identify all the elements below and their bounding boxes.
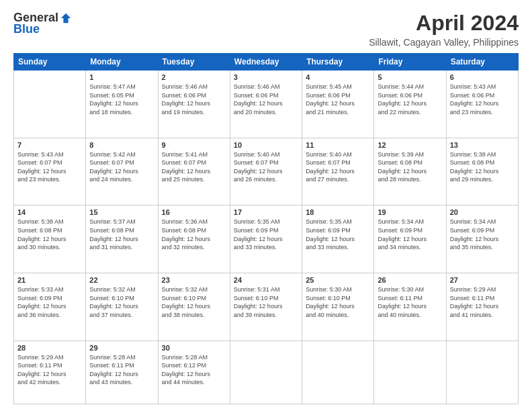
day-number: 16 <box>162 208 226 216</box>
calendar-week-row: 28Sunrise: 5:29 AM Sunset: 6:11 PM Dayli… <box>14 340 519 404</box>
calendar-cell: 23Sunrise: 5:32 AM Sunset: 6:10 PM Dayli… <box>158 273 230 340</box>
calendar-cell: 9Sunrise: 5:41 AM Sunset: 6:07 PM Daylig… <box>158 138 230 205</box>
calendar-cell: 5Sunrise: 5:44 AM Sunset: 6:06 PM Daylig… <box>374 71 446 138</box>
day-info: Sunrise: 5:28 AM Sunset: 6:11 PM Dayligh… <box>89 353 154 387</box>
day-number: 23 <box>162 276 226 284</box>
calendar-day-header: Saturday <box>446 54 518 71</box>
day-number: 30 <box>162 344 226 352</box>
day-number: 29 <box>89 344 154 352</box>
calendar-week-row: 21Sunrise: 5:33 AM Sunset: 6:09 PM Dayli… <box>14 273 519 340</box>
day-info: Sunrise: 5:39 AM Sunset: 6:08 PM Dayligh… <box>378 150 442 184</box>
day-number: 25 <box>306 276 370 284</box>
day-info: Sunrise: 5:46 AM Sunset: 6:06 PM Dayligh… <box>162 83 226 116</box>
day-number: 19 <box>378 208 442 216</box>
calendar-cell: 24Sunrise: 5:31 AM Sunset: 6:10 PM Dayli… <box>230 273 302 340</box>
day-info: Sunrise: 5:28 AM Sunset: 6:12 PM Dayligh… <box>162 353 226 387</box>
day-info: Sunrise: 5:36 AM Sunset: 6:08 PM Dayligh… <box>162 218 226 251</box>
calendar-cell: 17Sunrise: 5:35 AM Sunset: 6:09 PM Dayli… <box>230 205 302 273</box>
calendar-day-header: Monday <box>86 54 158 71</box>
calendar-cell <box>14 71 86 138</box>
calendar-cell <box>446 340 518 404</box>
calendar-cell: 10Sunrise: 5:40 AM Sunset: 6:07 PM Dayli… <box>230 138 302 205</box>
day-info: Sunrise: 5:29 AM Sunset: 6:11 PM Dayligh… <box>450 285 515 319</box>
day-number: 28 <box>17 344 82 352</box>
calendar-day-header: Thursday <box>302 54 374 71</box>
calendar-cell: 14Sunrise: 5:38 AM Sunset: 6:08 PM Dayli… <box>14 205 86 273</box>
calendar-cell: 26Sunrise: 5:30 AM Sunset: 6:11 PM Dayli… <box>374 273 446 340</box>
calendar-week-row: 1Sunrise: 5:47 AM Sunset: 6:05 PM Daylig… <box>14 71 519 138</box>
day-info: Sunrise: 5:43 AM Sunset: 6:06 PM Dayligh… <box>450 83 515 116</box>
page: General Blue April 2024 Sillawit, Cagaya… <box>0 0 532 411</box>
day-number: 8 <box>89 141 154 149</box>
day-number: 12 <box>378 141 442 149</box>
day-info: Sunrise: 5:30 AM Sunset: 6:10 PM Dayligh… <box>306 285 370 319</box>
calendar-day-header: Wednesday <box>230 54 302 71</box>
calendar-week-row: 14Sunrise: 5:38 AM Sunset: 6:08 PM Dayli… <box>14 205 519 273</box>
calendar: SundayMondayTuesdayWednesdayThursdayFrid… <box>13 53 519 404</box>
day-number: 26 <box>378 276 442 284</box>
day-info: Sunrise: 5:42 AM Sunset: 6:07 PM Dayligh… <box>89 150 154 184</box>
day-number: 4 <box>306 73 370 81</box>
logo: General Blue <box>13 11 72 36</box>
day-info: Sunrise: 5:47 AM Sunset: 6:05 PM Dayligh… <box>89 83 154 116</box>
day-info: Sunrise: 5:44 AM Sunset: 6:06 PM Dayligh… <box>378 83 442 116</box>
calendar-day-header: Sunday <box>14 54 86 71</box>
day-info: Sunrise: 5:32 AM Sunset: 6:10 PM Dayligh… <box>162 285 226 319</box>
day-info: Sunrise: 5:43 AM Sunset: 6:07 PM Dayligh… <box>17 150 82 184</box>
calendar-cell: 29Sunrise: 5:28 AM Sunset: 6:11 PM Dayli… <box>86 340 158 404</box>
logo-icon <box>60 12 72 24</box>
day-number: 9 <box>162 141 226 149</box>
calendar-cell <box>230 340 302 404</box>
calendar-cell: 3Sunrise: 5:46 AM Sunset: 6:06 PM Daylig… <box>230 71 302 138</box>
logo-blue-text: Blue <box>13 22 40 36</box>
calendar-cell: 6Sunrise: 5:43 AM Sunset: 6:06 PM Daylig… <box>446 71 518 138</box>
day-number: 14 <box>17 208 82 216</box>
day-info: Sunrise: 5:45 AM Sunset: 6:06 PM Dayligh… <box>306 83 370 116</box>
day-number: 5 <box>378 73 442 81</box>
day-info: Sunrise: 5:30 AM Sunset: 6:11 PM Dayligh… <box>378 285 442 319</box>
day-info: Sunrise: 5:38 AM Sunset: 6:08 PM Dayligh… <box>17 218 82 251</box>
day-info: Sunrise: 5:46 AM Sunset: 6:06 PM Dayligh… <box>234 83 298 116</box>
calendar-cell <box>374 340 446 404</box>
calendar-cell: 28Sunrise: 5:29 AM Sunset: 6:11 PM Dayli… <box>14 340 86 404</box>
day-info: Sunrise: 5:34 AM Sunset: 6:09 PM Dayligh… <box>378 218 442 251</box>
calendar-cell: 30Sunrise: 5:28 AM Sunset: 6:12 PM Dayli… <box>158 340 230 404</box>
day-number: 18 <box>306 208 370 216</box>
calendar-cell: 7Sunrise: 5:43 AM Sunset: 6:07 PM Daylig… <box>14 138 86 205</box>
calendar-week-row: 7Sunrise: 5:43 AM Sunset: 6:07 PM Daylig… <box>14 138 519 205</box>
day-info: Sunrise: 5:35 AM Sunset: 6:09 PM Dayligh… <box>306 218 370 251</box>
calendar-cell: 25Sunrise: 5:30 AM Sunset: 6:10 PM Dayli… <box>302 273 374 340</box>
day-number: 20 <box>450 208 515 216</box>
day-number: 6 <box>450 73 515 81</box>
day-number: 1 <box>89 73 154 81</box>
calendar-cell: 15Sunrise: 5:37 AM Sunset: 6:08 PM Dayli… <box>86 205 158 273</box>
calendar-cell: 16Sunrise: 5:36 AM Sunset: 6:08 PM Dayli… <box>158 205 230 273</box>
day-number: 15 <box>89 208 154 216</box>
day-number: 10 <box>234 141 298 149</box>
calendar-cell: 11Sunrise: 5:40 AM Sunset: 6:07 PM Dayli… <box>302 138 374 205</box>
day-number: 21 <box>17 276 82 284</box>
main-title: April 2024 <box>369 11 519 36</box>
day-info: Sunrise: 5:40 AM Sunset: 6:07 PM Dayligh… <box>234 150 298 184</box>
calendar-cell: 18Sunrise: 5:35 AM Sunset: 6:09 PM Dayli… <box>302 205 374 273</box>
day-info: Sunrise: 5:37 AM Sunset: 6:08 PM Dayligh… <box>89 218 154 251</box>
title-block: April 2024 Sillawit, Cagayan Valley, Phi… <box>369 11 519 48</box>
calendar-cell: 19Sunrise: 5:34 AM Sunset: 6:09 PM Dayli… <box>374 205 446 273</box>
day-number: 7 <box>17 141 82 149</box>
calendar-header-row: SundayMondayTuesdayWednesdayThursdayFrid… <box>14 54 519 71</box>
day-info: Sunrise: 5:29 AM Sunset: 6:11 PM Dayligh… <box>17 353 82 387</box>
calendar-cell: 21Sunrise: 5:33 AM Sunset: 6:09 PM Dayli… <box>14 273 86 340</box>
calendar-cell: 1Sunrise: 5:47 AM Sunset: 6:05 PM Daylig… <box>86 71 158 138</box>
subtitle: Sillawit, Cagayan Valley, Philippines <box>369 37 519 48</box>
calendar-day-header: Friday <box>374 54 446 71</box>
day-number: 2 <box>162 73 226 81</box>
calendar-cell: 12Sunrise: 5:39 AM Sunset: 6:08 PM Dayli… <box>374 138 446 205</box>
calendar-cell <box>302 340 374 404</box>
day-number: 3 <box>234 73 298 81</box>
day-info: Sunrise: 5:40 AM Sunset: 6:07 PM Dayligh… <box>306 150 370 184</box>
day-info: Sunrise: 5:31 AM Sunset: 6:10 PM Dayligh… <box>234 285 298 319</box>
calendar-cell: 8Sunrise: 5:42 AM Sunset: 6:07 PM Daylig… <box>86 138 158 205</box>
day-info: Sunrise: 5:34 AM Sunset: 6:09 PM Dayligh… <box>450 218 515 251</box>
day-info: Sunrise: 5:41 AM Sunset: 6:07 PM Dayligh… <box>162 150 226 184</box>
day-number: 17 <box>234 208 298 216</box>
